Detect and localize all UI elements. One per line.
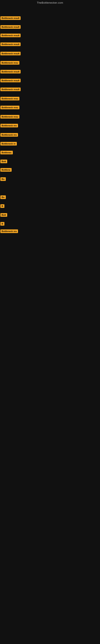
bottleneck-badge: Bottleneck res	[0, 124, 18, 128]
bottleneck-badge: Bottleneck res	[0, 133, 18, 137]
bottleneck-badge: Bott	[0, 160, 7, 163]
bottleneck-badge: Bo	[0, 196, 6, 199]
bottleneck-badge: Bottleneck resu	[0, 61, 19, 64]
bottleneck-badge: Bottleneck result	[0, 79, 21, 82]
bottleneck-badge: Bottleneck re	[0, 142, 17, 146]
bottleneck-badge: Bottleneck result	[0, 52, 21, 55]
bottleneck-badge: Bottleneck resu	[0, 106, 19, 109]
bottleneck-badge: Bottleneck res	[0, 230, 18, 233]
bottleneck-badge: Bottleneck result	[0, 42, 21, 46]
bottleneck-badge: B	[0, 222, 4, 226]
bottleneck-badge: Bott	[0, 213, 7, 217]
bottleneck-badge: Bo	[0, 177, 6, 181]
site-title: TheBottlenecker.com	[0, 0, 100, 5]
bottleneck-badge: Bottleneck resu	[0, 97, 19, 100]
bottleneck-badge: Bottlenec	[0, 151, 13, 154]
badges-container: Bottleneck resultBottleneck resultBottle…	[0, 5, 100, 644]
bottleneck-badge: Bottleneck result	[0, 70, 21, 74]
bottleneck-badge: Bottleneck result	[0, 25, 21, 29]
bottleneck-badge: Bottleneck resu	[0, 115, 19, 118]
bottleneck-badge: Bottleneck result	[0, 16, 21, 20]
bottleneck-badge: Bottleneck result	[0, 34, 21, 37]
bottleneck-badge: Bottlene	[0, 168, 12, 172]
bottleneck-badge: Bottleneck result	[0, 88, 21, 91]
bottleneck-badge: B	[0, 204, 4, 208]
